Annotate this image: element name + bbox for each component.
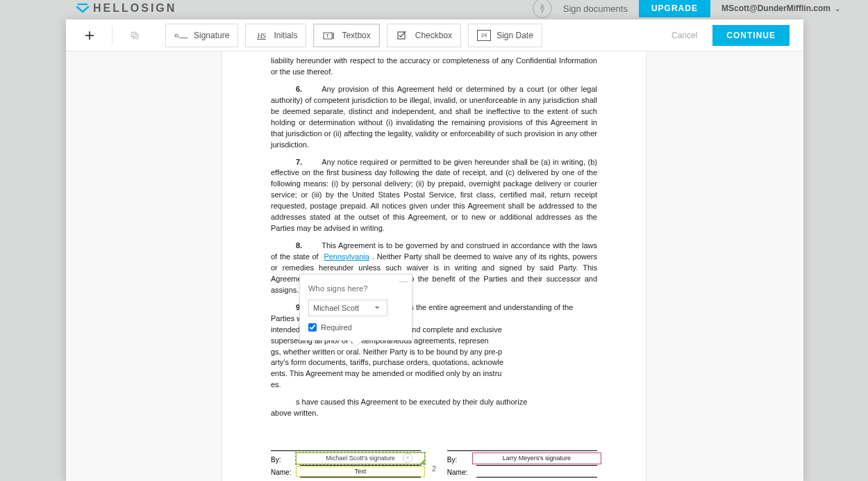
- signature-icon: [174, 30, 188, 41]
- svg-rect-3: [133, 34, 138, 39]
- popover-title: Who signs here?: [308, 284, 403, 293]
- page-number: 2: [222, 464, 646, 475]
- para-intro-tail: liability hereunder with respect to the …: [271, 56, 597, 78]
- brand-name: HELLOSIGN: [93, 2, 176, 15]
- svg-text:T: T: [326, 33, 329, 39]
- tool-initials-label: Initials: [274, 31, 297, 40]
- calendar-icon: 24: [477, 30, 491, 41]
- signature-row: By: Michael Scott's signature × Name: Te…: [271, 441, 597, 481]
- cancel-button[interactable]: Cancel: [671, 31, 697, 40]
- signer-select[interactable]: Michael Scott: [308, 300, 387, 316]
- tool-signature[interactable]: Signature: [165, 24, 238, 47]
- tool-sign-date[interactable]: 24 Sign Date: [468, 24, 542, 47]
- para-7: 7.Any notice required or permitted to be…: [271, 157, 597, 235]
- signer-right-column: By: Larry Meyers's signature Name: Title…: [447, 441, 597, 481]
- editor-window: + Signature HS Initials T Textbox Ch: [66, 19, 803, 481]
- signer-popover: — Who signs here? Michael Scott Required: [299, 274, 412, 341]
- svg-point-1: [542, 7, 543, 8]
- document-page: liability hereunder with respect to the …: [222, 51, 646, 481]
- document-canvas[interactable]: liability hereunder with respect to the …: [66, 51, 803, 481]
- user-menu[interactable]: MScott@DunderMifflin.com ⌄: [721, 3, 840, 13]
- pen-nib-icon: [533, 0, 552, 18]
- editor-toolbar: + Signature HS Initials T Textbox Ch: [66, 19, 803, 51]
- toolbar-divider: [112, 26, 112, 44]
- tool-checkbox-label: Checkbox: [415, 31, 452, 40]
- logo-icon: [76, 3, 89, 13]
- sign-documents-label[interactable]: Sign documents: [563, 3, 628, 14]
- chevron-down-icon: ⌄: [835, 5, 840, 13]
- checkbox-icon: [396, 30, 410, 41]
- close-icon[interactable]: —: [399, 277, 408, 286]
- tool-textbox[interactable]: T Textbox: [313, 24, 379, 47]
- para-6: 6.Any provision of this Agreement held o…: [271, 84, 597, 151]
- textbox-icon: T: [322, 30, 336, 41]
- popover-tail-icon: [350, 340, 362, 346]
- state-field[interactable]: Pennsylvania: [321, 252, 372, 261]
- layers-icon[interactable]: [125, 26, 144, 45]
- user-email: MScott@DunderMifflin.com: [721, 3, 831, 13]
- tool-signature-label: Signature: [194, 31, 229, 40]
- tool-textbox-label: Textbox: [342, 31, 370, 40]
- app-topbar: HELLOSIGN Sign documents UPGRADE MScott@…: [0, 0, 868, 17]
- required-label: Required: [321, 323, 352, 332]
- brand-logo: HELLOSIGN: [76, 2, 176, 15]
- initials-icon: HS: [254, 30, 268, 41]
- para-witness: s have caused this Agreement to be execu…: [271, 397, 597, 419]
- upgrade-button[interactable]: UPGRADE: [639, 0, 710, 17]
- tool-sign-date-label: Sign Date: [496, 31, 533, 40]
- continue-button[interactable]: CONTINUE: [712, 25, 790, 46]
- signer-left-column: By: Michael Scott's signature × Name: Te…: [271, 441, 421, 481]
- required-checkbox[interactable]: [308, 323, 317, 332]
- tool-initials[interactable]: HS Initials: [245, 24, 306, 47]
- required-row: Required: [308, 323, 403, 332]
- add-button[interactable]: +: [80, 26, 99, 45]
- tool-checkbox[interactable]: Checkbox: [387, 24, 461, 47]
- svg-rect-2: [131, 32, 136, 37]
- signature-field-larry[interactable]: Larry Meyers's signature: [472, 453, 601, 464]
